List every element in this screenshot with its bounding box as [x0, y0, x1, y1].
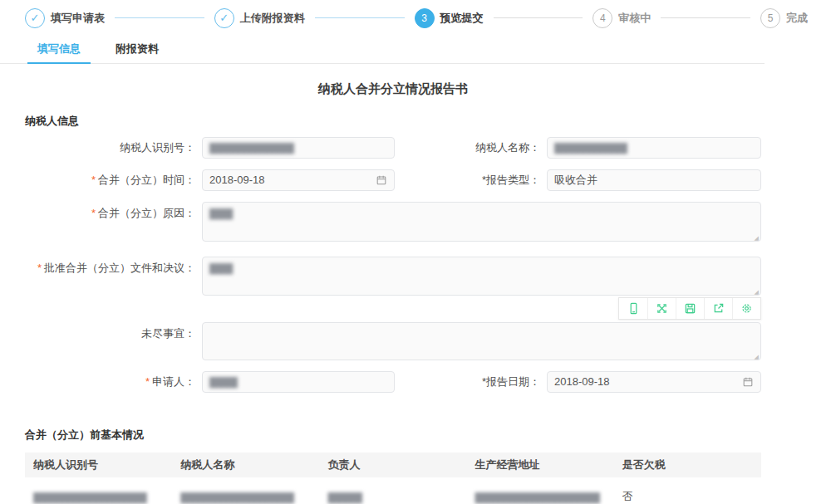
- gear-icon[interactable]: [732, 298, 760, 319]
- merge-reason-label: *合并（分立）原因：: [25, 202, 195, 242]
- merge-reason-textarea[interactable]: ████ ◢: [202, 202, 761, 242]
- fullscreen-icon[interactable]: [647, 298, 676, 319]
- cell-manager: ██████: [327, 492, 361, 502]
- step-connector: [315, 17, 405, 18]
- step-connector: [661, 17, 750, 18]
- taxpayer-id-field[interactable]: ███████████████: [202, 137, 395, 159]
- step-3-number: 3: [415, 8, 435, 28]
- col-taxpayer-id: 纳税人识别号: [25, 453, 172, 477]
- resize-handle-icon[interactable]: ◢: [755, 289, 759, 295]
- step-5-label: 完成: [786, 11, 808, 26]
- step-3-preview-submit[interactable]: 3 预览提交: [415, 8, 484, 28]
- tab-attached-materials[interactable]: 附报资料: [106, 33, 169, 63]
- page-title: 纳税人合并分立情况报告书: [25, 81, 761, 97]
- progress-stepper: ✓ 填写申请表 ✓ 上传附报资料 3 预览提交 4 审核中 5 完成: [0, 0, 831, 33]
- approval-docs-textarea[interactable]: ████ ◢: [202, 257, 761, 296]
- section-pre-merge-title: 合并（分立）前基本情况: [25, 428, 786, 443]
- col-manager: 负责人: [319, 453, 466, 477]
- cell-owes-tax: 否: [622, 490, 633, 502]
- report-type-value: 吸收合并: [554, 170, 597, 190]
- step-4-label: 审核中: [618, 11, 651, 26]
- taxpayer-name-value: █████████████: [554, 138, 627, 158]
- step-2-label: 上传附报资料: [240, 11, 305, 26]
- col-business-address: 生产经营地址: [467, 453, 614, 477]
- merge-reason-value: ████: [209, 208, 232, 218]
- save-icon[interactable]: [676, 298, 704, 319]
- pre-merge-table: 纳税人识别号 纳税人名称 负责人 生产经营地址 是否欠税 ███████████…: [25, 453, 761, 504]
- resize-handle-icon[interactable]: ◢: [755, 354, 759, 360]
- page: ✓ 填写申请表 ✓ 上传附报资料 3 预览提交 4 审核中 5 完成 填写信息 …: [0, 0, 831, 504]
- taxpayer-name-field[interactable]: █████████████: [547, 137, 761, 159]
- report-date-label: *报告日期：: [395, 371, 540, 393]
- step-connector: [494, 17, 583, 18]
- step-1-fill-form[interactable]: ✓ 填写申请表: [25, 8, 105, 28]
- applicant-value: █████: [209, 372, 238, 392]
- tab-fill-info[interactable]: 填写信息: [27, 33, 91, 64]
- col-owes-tax: 是否欠税: [614, 453, 761, 477]
- mobile-icon[interactable]: [619, 298, 647, 319]
- step-4-review: 4 审核中: [593, 8, 651, 28]
- taxpayer-id-value: ███████████████: [209, 138, 294, 158]
- applicant-field[interactable]: █████: [202, 371, 395, 393]
- taxpayer-id-label: 纳税人识别号：: [25, 137, 195, 159]
- cell-taxpayer-name: ████████████████████: [180, 492, 293, 502]
- merge-time-label: *合并（分立）时间：: [25, 169, 195, 191]
- export-icon[interactable]: [704, 298, 732, 319]
- step-1-label: 填写申请表: [51, 11, 105, 26]
- pending-matters-textarea[interactable]: ◢: [202, 322, 761, 360]
- step-2-upload[interactable]: ✓ 上传附报资料: [214, 8, 305, 28]
- applicant-label: *申请人：: [25, 371, 195, 393]
- taxpayer-name-label: 纳税人名称：: [395, 137, 540, 159]
- col-taxpayer-name: 纳税人名称: [172, 453, 319, 477]
- step-5-number: 5: [760, 8, 780, 28]
- cell-taxpayer-id: ████████████████████: [33, 492, 146, 502]
- cell-business-address: ██████████████████████: [475, 492, 599, 502]
- calendar-icon[interactable]: [742, 376, 754, 388]
- step-5-complete: 5 完成: [760, 8, 808, 28]
- resize-handle-icon[interactable]: ◢: [755, 235, 759, 241]
- step-2-check-icon: ✓: [214, 8, 234, 28]
- tab-bar: 填写信息 附报资料: [0, 33, 765, 64]
- merge-time-value: 2018-09-18: [209, 170, 265, 190]
- pending-matters-label: 未尽事宜：: [25, 322, 195, 360]
- report-date-datepicker[interactable]: 2018-09-18: [547, 371, 761, 393]
- step-3-label: 预览提交: [440, 11, 484, 26]
- step-4-number: 4: [593, 8, 612, 28]
- approval-docs-value: ████: [209, 263, 232, 273]
- report-type-label: *报告类型：: [395, 169, 540, 191]
- merge-time-datepicker[interactable]: 2018-09-18: [202, 169, 395, 191]
- calendar-icon[interactable]: [376, 174, 387, 186]
- floating-toolbar: [618, 297, 761, 320]
- step-connector: [115, 17, 204, 18]
- report-date-value: 2018-09-18: [554, 372, 610, 392]
- report-type-field[interactable]: 吸收合并: [547, 169, 761, 191]
- section-taxpayer-info-title: 纳税人信息: [25, 114, 786, 129]
- step-1-check-icon: ✓: [25, 8, 45, 28]
- table-header-row: 纳税人识别号 纳税人名称 负责人 生产经营地址 是否欠税: [25, 453, 761, 477]
- approval-docs-label: *批准合并（分立）文件和决议：: [25, 257, 195, 296]
- table-row: ████████████████████ ███████████████████…: [25, 477, 761, 504]
